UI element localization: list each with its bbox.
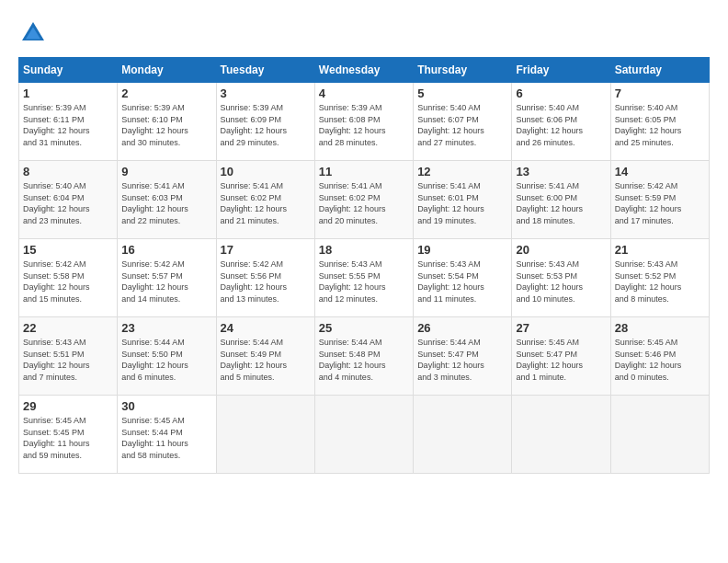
day-info: Sunrise: 5:44 AMSunset: 5:50 PMDaylight:… [121, 337, 211, 383]
day-info: Sunrise: 5:43 AMSunset: 5:51 PMDaylight:… [23, 337, 113, 383]
day-number: 19 [417, 243, 507, 257]
day-number: 27 [516, 321, 606, 335]
day-number: 26 [417, 321, 507, 335]
weekday-header-sunday: Sunday [19, 58, 118, 83]
day-number: 8 [23, 165, 113, 178]
day-info: Sunrise: 5:41 AMSunset: 6:00 PMDaylight:… [516, 180, 606, 226]
day-number: 3 [221, 86, 311, 100]
day-info: Sunrise: 5:41 AMSunset: 6:01 PMDaylight:… [417, 180, 507, 226]
day-number: 21 [615, 243, 705, 257]
weekday-header-row: SundayMondayTuesdayWednesdayThursdayFrid… [19, 58, 710, 83]
day-info: Sunrise: 5:42 AMSunset: 5:59 PMDaylight:… [615, 180, 705, 226]
day-info: Sunrise: 5:43 AMSunset: 5:55 PMDaylight:… [319, 259, 409, 304]
calendar-cell [610, 396, 709, 474]
calendar-cell: 24Sunrise: 5:44 AMSunset: 5:49 PMDayligh… [216, 317, 314, 396]
week-row-1: 1Sunrise: 5:39 AMSunset: 6:11 PMDaylight… [19, 83, 710, 161]
day-number: 25 [319, 321, 409, 335]
day-number: 1 [23, 86, 113, 100]
day-number: 18 [319, 243, 409, 257]
calendar-cell: 10Sunrise: 5:41 AMSunset: 6:02 PMDayligh… [216, 161, 314, 239]
day-number: 12 [417, 165, 507, 178]
calendar-cell: 22Sunrise: 5:43 AMSunset: 5:51 PMDayligh… [19, 317, 118, 396]
day-number: 13 [516, 165, 606, 178]
day-info: Sunrise: 5:40 AMSunset: 6:04 PMDaylight:… [23, 180, 113, 226]
day-info: Sunrise: 5:43 AMSunset: 5:52 PMDaylight:… [615, 259, 705, 304]
day-number: 6 [516, 86, 606, 100]
calendar-cell: 17Sunrise: 5:42 AMSunset: 5:56 PMDayligh… [216, 239, 314, 317]
calendar-cell [414, 396, 512, 474]
weekday-header-saturday: Saturday [610, 58, 709, 83]
day-info: Sunrise: 5:39 AMSunset: 6:10 PMDaylight:… [121, 102, 211, 148]
weekday-header-monday: Monday [118, 58, 216, 83]
day-number: 22 [23, 321, 113, 335]
day-info: Sunrise: 5:43 AMSunset: 5:54 PMDaylight:… [417, 259, 507, 304]
day-info: Sunrise: 5:45 AMSunset: 5:46 PMDaylight:… [615, 337, 705, 383]
week-row-3: 15Sunrise: 5:42 AMSunset: 5:58 PMDayligh… [19, 239, 710, 317]
day-info: Sunrise: 5:41 AMSunset: 6:03 PMDaylight:… [121, 180, 211, 226]
day-info: Sunrise: 5:45 AMSunset: 5:47 PMDaylight:… [516, 337, 606, 383]
day-info: Sunrise: 5:41 AMSunset: 6:02 PMDaylight:… [319, 180, 409, 226]
calendar-cell: 26Sunrise: 5:44 AMSunset: 5:47 PMDayligh… [414, 317, 512, 396]
day-info: Sunrise: 5:40 AMSunset: 6:07 PMDaylight:… [417, 102, 507, 148]
weekday-header-wednesday: Wednesday [314, 58, 413, 83]
calendar-cell: 5Sunrise: 5:40 AMSunset: 6:07 PMDaylight… [414, 83, 512, 161]
day-number: 7 [615, 86, 705, 100]
day-info: Sunrise: 5:44 AMSunset: 5:49 PMDaylight:… [221, 337, 311, 383]
weekday-header-tuesday: Tuesday [216, 58, 314, 83]
week-row-4: 22Sunrise: 5:43 AMSunset: 5:51 PMDayligh… [19, 317, 710, 396]
day-info: Sunrise: 5:39 AMSunset: 6:09 PMDaylight:… [221, 102, 311, 148]
calendar-cell: 15Sunrise: 5:42 AMSunset: 5:58 PMDayligh… [19, 239, 118, 317]
calendar-cell: 27Sunrise: 5:45 AMSunset: 5:47 PMDayligh… [512, 317, 610, 396]
day-number: 23 [121, 321, 211, 335]
day-info: Sunrise: 5:44 AMSunset: 5:47 PMDaylight:… [417, 337, 507, 383]
day-info: Sunrise: 5:41 AMSunset: 6:02 PMDaylight:… [221, 180, 311, 226]
calendar-cell: 11Sunrise: 5:41 AMSunset: 6:02 PMDayligh… [314, 161, 413, 239]
calendar-cell: 12Sunrise: 5:41 AMSunset: 6:01 PMDayligh… [414, 161, 512, 239]
logo [18, 18, 51, 48]
day-info: Sunrise: 5:40 AMSunset: 6:06 PMDaylight:… [516, 102, 606, 148]
day-info: Sunrise: 5:42 AMSunset: 5:58 PMDaylight:… [23, 259, 113, 304]
day-info: Sunrise: 5:39 AMSunset: 6:11 PMDaylight:… [23, 102, 113, 148]
day-number: 11 [319, 165, 409, 178]
week-row-5: 29Sunrise: 5:45 AMSunset: 5:45 PMDayligh… [19, 396, 710, 474]
calendar-cell [314, 396, 413, 474]
calendar-cell: 23Sunrise: 5:44 AMSunset: 5:50 PMDayligh… [118, 317, 216, 396]
day-number: 4 [319, 86, 409, 100]
day-number: 9 [121, 165, 211, 178]
day-info: Sunrise: 5:39 AMSunset: 6:08 PMDaylight:… [319, 102, 409, 148]
calendar-cell [512, 396, 610, 474]
calendar-cell: 18Sunrise: 5:43 AMSunset: 5:55 PMDayligh… [314, 239, 413, 317]
calendar-cell: 16Sunrise: 5:42 AMSunset: 5:57 PMDayligh… [118, 239, 216, 317]
week-row-2: 8Sunrise: 5:40 AMSunset: 6:04 PMDaylight… [19, 161, 710, 239]
day-number: 29 [23, 399, 113, 413]
logo-icon [18, 18, 48, 48]
calendar-cell: 9Sunrise: 5:41 AMSunset: 6:03 PMDaylight… [118, 161, 216, 239]
page-header [18, 18, 710, 48]
calendar-cell: 19Sunrise: 5:43 AMSunset: 5:54 PMDayligh… [414, 239, 512, 317]
calendar-cell: 4Sunrise: 5:39 AMSunset: 6:08 PMDaylight… [314, 83, 413, 161]
calendar-cell: 21Sunrise: 5:43 AMSunset: 5:52 PMDayligh… [610, 239, 709, 317]
day-number: 5 [417, 86, 507, 100]
day-info: Sunrise: 5:42 AMSunset: 5:57 PMDaylight:… [121, 259, 211, 304]
calendar-cell [216, 396, 314, 474]
day-info: Sunrise: 5:45 AMSunset: 5:45 PMDaylight:… [23, 415, 113, 461]
calendar-cell: 14Sunrise: 5:42 AMSunset: 5:59 PMDayligh… [610, 161, 709, 239]
calendar-cell: 29Sunrise: 5:45 AMSunset: 5:45 PMDayligh… [19, 396, 118, 474]
calendar-cell: 2Sunrise: 5:39 AMSunset: 6:10 PMDaylight… [118, 83, 216, 161]
day-info: Sunrise: 5:40 AMSunset: 6:05 PMDaylight:… [615, 102, 705, 148]
day-number: 15 [23, 243, 113, 257]
calendar-cell: 28Sunrise: 5:45 AMSunset: 5:46 PMDayligh… [610, 317, 709, 396]
calendar-cell: 6Sunrise: 5:40 AMSunset: 6:06 PMDaylight… [512, 83, 610, 161]
calendar-cell: 25Sunrise: 5:44 AMSunset: 5:48 PMDayligh… [314, 317, 413, 396]
day-number: 2 [121, 86, 211, 100]
day-number: 20 [516, 243, 606, 257]
calendar-cell: 7Sunrise: 5:40 AMSunset: 6:05 PMDaylight… [610, 83, 709, 161]
day-info: Sunrise: 5:42 AMSunset: 5:56 PMDaylight:… [221, 259, 311, 304]
weekday-header-thursday: Thursday [414, 58, 512, 83]
weekday-header-friday: Friday [512, 58, 610, 83]
calendar-cell: 8Sunrise: 5:40 AMSunset: 6:04 PMDaylight… [19, 161, 118, 239]
calendar-cell: 1Sunrise: 5:39 AMSunset: 6:11 PMDaylight… [19, 83, 118, 161]
day-number: 16 [121, 243, 211, 257]
calendar-table: SundayMondayTuesdayWednesdayThursdayFrid… [18, 57, 710, 474]
day-number: 30 [121, 399, 211, 413]
